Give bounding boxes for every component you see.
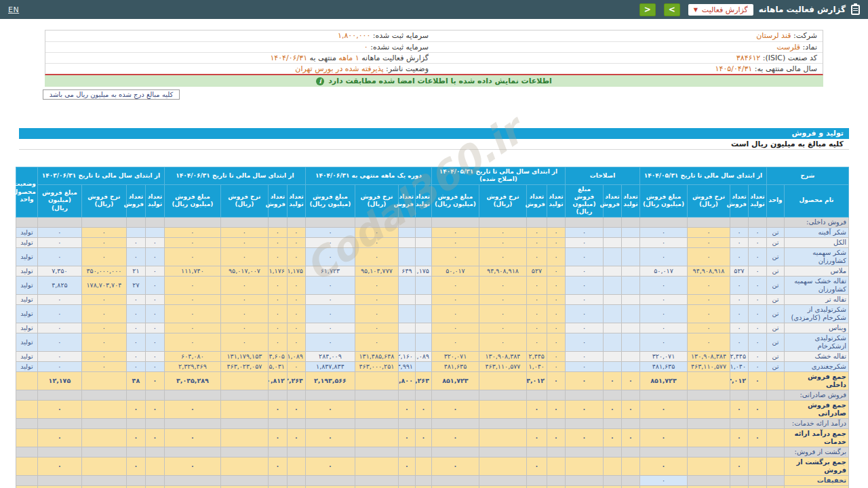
value-cell: [81, 485, 126, 488]
value-cell: [622, 418, 640, 428]
value-cell: [640, 390, 688, 400]
language-switch-link[interactable]: EN: [8, 5, 19, 14]
value-cell: [604, 390, 622, 400]
info-label: نماد:: [800, 43, 817, 52]
value-cell: [415, 247, 431, 266]
value-cell: [479, 217, 526, 227]
value-cell: ۴۸۱,۶۳۵: [640, 361, 688, 371]
product-name-cell: برگشت از فروش:: [785, 447, 849, 457]
value-cell: ۰: [431, 247, 479, 266]
value-cell: ۲,۱۹۳,۵۶۶: [305, 485, 355, 488]
column-header: تعداد تولید: [287, 184, 305, 217]
value-cell: ۴۶۳,۰۰۰,۲۵۱: [355, 361, 398, 371]
status-cell: تولید: [16, 304, 37, 323]
value-cell: [622, 457, 640, 475]
column-header: مبلغ فروش (میلیون ریال): [640, 184, 688, 217]
value-cell: [547, 457, 565, 475]
value-cell: [415, 418, 431, 428]
value-cell: ۰: [749, 323, 767, 333]
value-cell: ۰: [565, 323, 603, 333]
value-cell: ۰: [164, 237, 220, 247]
value-cell: [415, 390, 431, 400]
info-cell: کد صنعت (ISIC): ۳۸۴۶۱۲: [434, 52, 823, 63]
value-cell: [287, 485, 305, 488]
value-cell: ۰: [730, 247, 749, 266]
status-cell: تولید: [16, 323, 37, 333]
info-label: منتهی به: [307, 54, 338, 62]
unit-cell: تن: [767, 361, 785, 371]
column-header: مبلغ فروش (میلیون ریال): [37, 184, 81, 217]
value-cell: ۰: [479, 333, 526, 351]
value-cell: [526, 418, 547, 428]
value-cell: ۰: [37, 428, 81, 447]
product-name-cell: شکرچغندری: [785, 361, 849, 371]
value-cell: [145, 475, 164, 485]
value-cell: ۰: [431, 400, 479, 418]
value-cell: ۰: [37, 351, 81, 361]
value-cell: ۰: [355, 247, 398, 266]
signature-match-notice: اطلاعات نمایش داده شده با اطلاعات امضا ش…: [45, 75, 823, 87]
value-cell: ۳,۰۴۵,۲۸۹: [164, 371, 220, 390]
value-cell: ۰: [604, 428, 622, 447]
value-cell: ۰: [164, 333, 220, 351]
table-row: جمع۸۵۱,۷۲۳۸۵۱,۷۲۳۲,۱۹۳,۵۶۶۳,۰۴۵,۲۸۹۱۲,۱۷…: [16, 485, 848, 488]
value-cell: ۰: [126, 294, 145, 304]
value-cell: ۰: [164, 247, 220, 266]
value-cell: ۰: [126, 400, 145, 418]
next-report-button[interactable]: >: [664, 3, 680, 16]
value-cell: ۰: [305, 457, 355, 475]
value-cell: [688, 217, 730, 227]
value-cell: ۰: [565, 333, 603, 351]
value-cell: ۰: [565, 351, 603, 361]
value-cell: [479, 475, 526, 485]
value-cell: [145, 217, 164, 227]
value-cell: ۰: [355, 333, 398, 351]
value-cell: ۰: [37, 304, 81, 323]
info-cell: نماد: قلرست: [434, 41, 823, 52]
value-cell: [415, 323, 431, 333]
info-cell: وضعیت ناشر: پذیرفته شده در بورس تهران: [45, 63, 434, 74]
value-cell: ۰: [220, 227, 268, 237]
status-cell: تولید: [16, 276, 37, 294]
value-cell: [604, 351, 622, 361]
value-cell: ۰: [431, 428, 479, 447]
status-cell: [16, 390, 37, 400]
value-cell: [305, 418, 355, 428]
value-cell: ۰: [565, 276, 603, 294]
value-cell: ۰: [431, 304, 479, 323]
table-row: شکرتولیدی ازشکرخامتن۰۰۰۰۰۰۰۰۰۰۰۰۰۰۰۰۰۰۰ت…: [16, 333, 848, 351]
report-type-dropdown[interactable]: گزارش فعالیت ▼: [688, 4, 753, 16]
info-label: وضعیت ناشر:: [384, 64, 429, 73]
column-header: نرخ فروش (ریال): [688, 184, 730, 217]
value-cell: ۰: [622, 400, 640, 418]
column-header: تعداد تولید: [547, 184, 565, 217]
value-cell: [126, 217, 145, 227]
value-cell: [81, 400, 126, 418]
value-cell: [547, 447, 565, 457]
status-cell: [16, 475, 37, 485]
value-cell: ۰: [305, 294, 355, 304]
value-cell: ۱,۱۷۶: [268, 266, 287, 276]
value-cell: ۰: [479, 276, 526, 294]
value-cell: ۰: [688, 294, 730, 304]
prev-report-button[interactable]: <: [639, 3, 656, 16]
column-header: تعداد فروش: [268, 184, 287, 217]
value-cell: [37, 418, 81, 428]
info-label: سال مالی منتهی به:: [752, 64, 817, 73]
status-cell: [16, 485, 37, 488]
value-cell: [287, 457, 305, 475]
value-cell: [268, 447, 287, 457]
value-cell: ۴۸: [126, 371, 145, 390]
value-cell: [547, 217, 565, 227]
value-cell: [622, 237, 640, 247]
value-cell: ۰: [526, 237, 547, 247]
value-cell: [220, 390, 268, 400]
value-cell: [730, 447, 749, 457]
value-cell: ۰: [688, 333, 730, 351]
value-cell: [145, 390, 164, 400]
value-cell: ۰: [126, 361, 145, 371]
value-cell: ۰: [37, 400, 81, 418]
value-cell: ۵۲۷: [730, 266, 749, 276]
unit-cell: [767, 475, 785, 485]
value-cell: ۰: [547, 361, 565, 371]
